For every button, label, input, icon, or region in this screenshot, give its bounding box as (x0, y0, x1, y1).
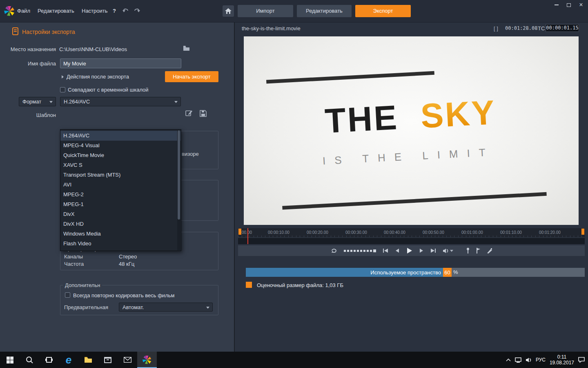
slide-top-bar (266, 71, 434, 84)
format-option[interactable]: MPEG-4 Visual (60, 141, 181, 150)
volume-icon[interactable] (443, 248, 453, 254)
format-option[interactable]: Flash Video (60, 239, 181, 249)
archive-app-icon[interactable] (98, 352, 118, 368)
minimize-button[interactable] (550, 0, 563, 10)
format-dropdown-list: H.264/AVC MPEG-4 Visual QuickTime Movie … (60, 129, 181, 251)
clock[interactable]: 0:11 19.08.2017 (550, 354, 574, 366)
notification-center-icon[interactable] (578, 357, 585, 363)
home-button[interactable] (223, 5, 234, 17)
format-option[interactable]: MPEG-2 (60, 190, 181, 200)
range-start-marker[interactable] (238, 229, 241, 235)
match-timeline-checkbox[interactable] (60, 87, 65, 92)
restore-button[interactable] (563, 0, 575, 10)
tab-import[interactable]: Импорт (238, 5, 293, 17)
search-icon[interactable] (20, 352, 39, 368)
format-category-button[interactable]: Формат (19, 97, 56, 106)
after-export-expander-icon[interactable] (62, 75, 64, 79)
jog-strip[interactable] (344, 249, 376, 252)
start-button[interactable] (0, 352, 20, 368)
edge-icon[interactable]: e (59, 352, 78, 368)
playhead[interactable] (247, 228, 248, 244)
chevron-down-icon (174, 101, 178, 103)
video-editor-app-icon[interactable] (137, 352, 157, 368)
tab-edit[interactable]: Редактировать (297, 5, 352, 17)
tab-export[interactable]: Экспорт (355, 5, 411, 17)
slide-title: THE SKY (244, 88, 579, 146)
dropdown-scrollbar[interactable] (177, 130, 180, 250)
start-export-button[interactable]: Начать экспорт (165, 71, 218, 82)
format-option[interactable]: XAVC S (60, 160, 181, 170)
range-end-marker[interactable] (581, 229, 584, 235)
size-legend-swatch (246, 282, 252, 288)
save-template-icon[interactable] (198, 109, 207, 118)
timeline-ruler[interactable]: 00.00 00:00:10.00 00:00:20.00 00:00:30.0… (238, 228, 585, 237)
filename-label: Имя файла (0, 61, 56, 67)
estimated-size-text: Оценочный размер файла: 1,03 ГБ (257, 282, 343, 288)
format-option[interactable]: H.264/AVC (60, 131, 181, 141)
task-view-icon[interactable] (39, 352, 59, 368)
format-option[interactable]: QuickTime Movie (60, 150, 181, 160)
disk-space-label: Используемое пространство (370, 269, 441, 276)
menu-edit[interactable]: Редактировать (38, 8, 74, 14)
reencode-checkbox[interactable] (65, 292, 70, 298)
language-indicator[interactable]: РУС (536, 357, 546, 363)
frame-forward-icon[interactable] (419, 248, 424, 253)
chapter-marker-icon[interactable] (487, 248, 492, 254)
tick: 00:00:40.00 (384, 230, 405, 235)
skip-end-icon[interactable] (430, 248, 436, 253)
format-option[interactable]: Windows Media (60, 229, 181, 239)
titlebar: Файл Редактировать Настроить ? Импорт Ре… (0, 0, 588, 22)
network-icon[interactable] (515, 357, 521, 363)
playback-controls (238, 245, 585, 256)
app-logo-icon (4, 5, 15, 17)
after-export-label[interactable]: Действия после экспорта (67, 74, 129, 80)
video-preview[interactable]: THE SKY IS THE LIMIT (244, 36, 579, 225)
minor-ticks (238, 236, 585, 237)
tray-expand-icon[interactable] (506, 358, 511, 361)
additional-group-title: Дополнительн (63, 282, 102, 288)
format-option[interactable]: Transport Stream (MTS) (60, 170, 181, 180)
format-select[interactable]: H.264/AVC (60, 97, 181, 106)
tick: 00:00:20.00 (307, 230, 328, 235)
percent-sign: % (453, 269, 458, 275)
system-tray: РУС 0:11 19.08.2017 (506, 352, 588, 368)
tick: 00:01:10.00 (500, 230, 522, 235)
preview-quality-select[interactable]: Автомат. (119, 303, 213, 312)
destination-label: Место назначения (0, 46, 56, 52)
format-option[interactable]: DivX (60, 209, 181, 219)
format-option[interactable]: MPEG-1 (60, 200, 181, 209)
browse-folder-icon[interactable] (183, 45, 190, 51)
close-button[interactable]: × (575, 0, 587, 10)
menu-file[interactable]: Файл (17, 8, 30, 14)
tick: 00:00:10.00 (268, 230, 290, 235)
loop-icon[interactable] (331, 248, 337, 254)
volume-chevron-icon (450, 250, 453, 252)
skip-start-icon[interactable] (383, 248, 388, 253)
mail-icon[interactable] (118, 352, 137, 368)
redo-icon[interactable] (133, 7, 140, 14)
taskbar: e (0, 352, 588, 368)
format-option[interactable]: AVI (60, 180, 181, 190)
speaker-icon[interactable] (526, 357, 532, 363)
preview-quality-value: Автомат. (122, 304, 144, 310)
format-option[interactable]: DivX HD (60, 219, 181, 229)
template-label: Шаблон (0, 112, 56, 118)
duration-bracket-icon: [ ] (494, 25, 498, 31)
help-icon[interactable]: ? (113, 8, 116, 14)
play-button-icon[interactable] (406, 247, 412, 254)
project-filename: the-sky-is-the-limit.movie (242, 25, 301, 31)
format-select-value: H.264/AVC (64, 99, 90, 105)
chevron-down-icon (49, 101, 53, 103)
frame-back-icon[interactable] (395, 248, 400, 253)
edit-template-icon[interactable] (185, 109, 194, 118)
menu-settings[interactable]: Настроить (82, 8, 108, 14)
file-explorer-icon[interactable] (78, 352, 98, 368)
marker-flag-icon[interactable] (476, 248, 480, 254)
disk-space-fill: Используемое пространство (246, 268, 443, 277)
timecode-field[interactable]: 00:00:01.15 (546, 24, 579, 32)
filename-input[interactable] (60, 58, 181, 68)
undo-icon[interactable] (122, 7, 129, 14)
marker-in-icon[interactable] (466, 248, 470, 254)
clock-time: 0:11 (550, 354, 574, 360)
scrub-bar[interactable] (238, 238, 585, 244)
